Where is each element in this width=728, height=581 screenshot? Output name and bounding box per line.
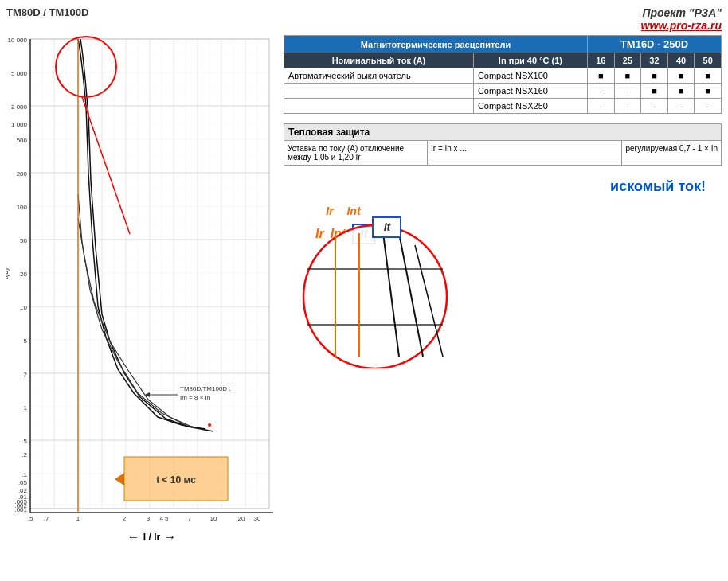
header: TM80D / TM100D Проект "РЗА" www.pro-rza.…: [6, 6, 722, 32]
table-row: Автоматический выключатель Compact NSX10…: [284, 68, 722, 84]
thermal-row: Уставка по току (А) отключение между 1,0…: [284, 141, 722, 166]
table-range-header: TM16D - 250D: [588, 36, 722, 53]
svg-text:3: 3: [147, 515, 151, 522]
row1-d25: ■: [614, 68, 641, 84]
svg-text:1: 1: [24, 404, 28, 411]
svg-text:TM80D/TM100D :: TM80D/TM100D :: [180, 385, 231, 392]
svg-text:2: 2: [123, 515, 127, 522]
row3-value: Compact NSX250: [473, 99, 587, 114]
col-16: 16: [588, 53, 615, 68]
svg-text:Int: Int: [346, 205, 361, 217]
svg-text:7: 7: [188, 515, 192, 522]
svg-text:2 000: 2 000: [11, 103, 28, 111]
right-panel: Магнитотермические расцепители TM16D - 2…: [277, 35, 722, 568]
col1-header: Номинальный ток (А): [284, 53, 474, 68]
table-main-header: Магнитотермические расцепители: [284, 36, 588, 53]
svg-text:10 000: 10 000: [8, 37, 28, 44]
row3-d25: -: [614, 99, 641, 114]
iskomy-label: искомый ток!: [610, 178, 706, 194]
row1-value: Compact NSX100: [473, 68, 587, 84]
row3-d16: -: [588, 99, 615, 114]
thermal-range: регулируемая 0,7 - 1 × In: [622, 141, 721, 165]
row3-d32: -: [641, 99, 668, 114]
col-50: 50: [695, 53, 722, 68]
svg-text:10: 10: [20, 304, 27, 311]
col2-header: In при 40 °C (1): [473, 53, 587, 68]
row3-d40: -: [667, 99, 695, 114]
row1-d40: ■: [667, 68, 695, 84]
svg-point-95: [208, 423, 211, 427]
svg-text:500: 500: [17, 137, 28, 144]
svg-text:10: 10: [210, 515, 217, 522]
project-name: Проект "РЗА": [641, 6, 722, 19]
svg-text:.1: .1: [22, 471, 27, 478]
row2-d16: -: [588, 84, 615, 99]
svg-text:1: 1: [76, 515, 80, 522]
project-info: Проект "РЗА" www.pro-rza.ru: [641, 6, 722, 32]
svg-text:t(c): t(c): [6, 268, 10, 279]
svg-text:1 000: 1 000: [11, 121, 28, 128]
chart-area: 10 000 5 000 2 000 1 000 500 200 100 50 …: [6, 35, 277, 560]
svg-text:20: 20: [238, 515, 245, 522]
table-row: Compact NSX250 - - - - -: [284, 99, 722, 114]
svg-text:.5: .5: [22, 438, 27, 445]
x-axis-text: I / Ir: [143, 532, 160, 543]
row2-d40: ■: [667, 84, 695, 99]
svg-text:.2: .2: [22, 451, 27, 458]
svg-text:.05: .05: [18, 479, 28, 486]
svg-point-96: [303, 225, 447, 368]
chart-svg: 10 000 5 000 2 000 1 000 500 200 100 50 …: [6, 35, 277, 552]
svg-text:5 000: 5 000: [11, 70, 28, 77]
svg-text:20: 20: [20, 271, 27, 278]
row3-label: [284, 99, 474, 114]
thermal-label: Уставка по току (А) отключение между 1,0…: [284, 141, 428, 165]
info-table: Магнитотермические расцепители TM16D - 2…: [284, 35, 722, 114]
thermal-value: Ir = In x ...: [428, 141, 622, 165]
svg-text:t < 10 мс: t < 10 мс: [156, 474, 196, 485]
col-32: 32: [641, 53, 668, 68]
page-container: TM80D / TM100D Проект "РЗА" www.pro-rza.…: [0, 0, 728, 581]
svg-text:It: It: [384, 220, 392, 233]
svg-text:200: 200: [17, 170, 28, 177]
thermal-header: Тепловая защита: [284, 123, 722, 141]
svg-text:4 5: 4 5: [159, 515, 169, 522]
thermal-section: Тепловая защита Уставка по току (А) откл…: [284, 123, 722, 166]
svg-text:30: 30: [254, 515, 261, 522]
row2-label: [284, 84, 474, 99]
svg-text:.001: .001: [14, 506, 27, 513]
svg-text:Ir: Ir: [326, 205, 335, 217]
iskomy-section: искомый ток!: [284, 178, 722, 195]
row1-d50: ■: [695, 68, 722, 84]
svg-text:Im = 8 × In: Im = 8 × In: [180, 394, 210, 401]
row2-value: Compact NSX160: [473, 84, 587, 99]
row1-d16: ■: [588, 68, 615, 84]
circle-diagram: Ir Int It: [284, 201, 722, 376]
row3-d50: -: [695, 99, 722, 114]
col-40: 40: [667, 53, 695, 68]
row1-d32: ■: [641, 68, 668, 84]
svg-text:5: 5: [24, 337, 28, 345]
chart-title: TM80D / TM100D: [6, 6, 88, 18]
svg-text:2: 2: [24, 371, 28, 378]
x-axis-label: ← I / Ir →: [30, 530, 273, 544]
row2-d25: -: [614, 84, 641, 99]
row2-d50: ■: [695, 84, 722, 99]
svg-text:50: 50: [20, 237, 27, 244]
row2-d32: ■: [641, 84, 668, 99]
main-content: 10 000 5 000 2 000 1 000 500 200 100 50 …: [6, 35, 722, 568]
col-25: 25: [614, 53, 641, 68]
website-link: www.pro-rza.ru: [641, 19, 722, 32]
circle-diagram-svg: It Ir Int: [284, 201, 467, 368]
svg-text:.5: .5: [28, 515, 33, 522]
svg-text:.7: .7: [44, 515, 49, 522]
svg-text:100: 100: [17, 204, 28, 211]
row1-label: Автоматический выключатель: [284, 68, 474, 84]
table-row: Compact NSX160 - - ■ ■ ■: [284, 84, 722, 99]
